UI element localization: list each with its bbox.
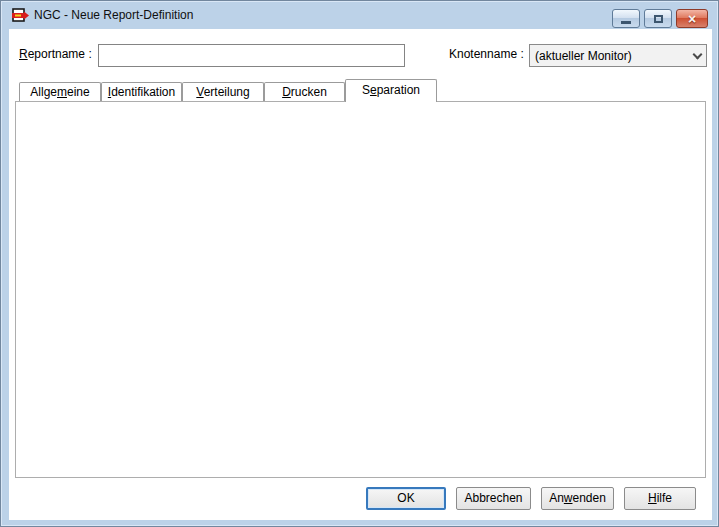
tab-drucken[interactable]: Drucken xyxy=(264,82,345,101)
reportname-label: Reportname : xyxy=(19,47,92,61)
window-controls: × xyxy=(612,9,708,28)
knotenname-label: Knotenname : xyxy=(449,47,524,61)
tab-identifikation[interactable]: Identifikation xyxy=(101,82,182,101)
chevron-down-icon xyxy=(688,45,706,66)
tab-allgemeine[interactable]: Allgemeine xyxy=(19,82,101,101)
hilfe-button[interactable]: Hilfe xyxy=(624,487,696,510)
ok-button[interactable]: OK xyxy=(366,487,446,510)
content-area: Reportname : Knotenname : (aktueller Mon… xyxy=(9,29,712,520)
knotenname-value: (aktueller Monitor) xyxy=(530,49,688,63)
window-title: NGC - Neue Report-Definition xyxy=(34,8,193,22)
close-button[interactable]: × xyxy=(676,9,708,28)
minimize-button[interactable] xyxy=(612,9,640,28)
dialog-window: NGC - Neue Report-Definition × Reportnam… xyxy=(0,0,719,527)
tab-verteilung[interactable]: Verteilung xyxy=(182,82,264,101)
title-bar: NGC - Neue Report-Definition × xyxy=(1,1,718,29)
abbrechen-button[interactable]: Abbrechen xyxy=(456,487,531,510)
reportname-input[interactable] xyxy=(98,44,405,67)
close-icon: × xyxy=(688,12,696,26)
tab-separation[interactable]: Separation xyxy=(345,79,437,102)
minimize-icon xyxy=(621,21,631,24)
anwenden-button[interactable]: Anwenden xyxy=(541,487,614,510)
app-icon[interactable] xyxy=(12,7,29,24)
separation-tab-panel xyxy=(15,101,706,478)
maximize-button[interactable] xyxy=(644,9,672,28)
maximize-icon xyxy=(654,15,663,23)
knotenname-combobox[interactable]: (aktueller Monitor) xyxy=(529,44,707,67)
